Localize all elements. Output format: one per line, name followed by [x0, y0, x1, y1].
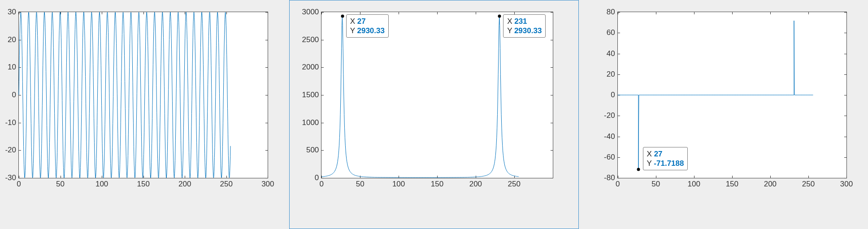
x-tick-label: 100	[392, 180, 405, 189]
x-tick-label: 0	[320, 180, 324, 189]
x-tick-label: 200	[178, 180, 191, 189]
y-tick-label: 0	[12, 91, 16, 99]
y-tick-label: -40	[604, 132, 615, 141]
x-tick-label: 150	[137, 180, 149, 189]
figure-panel-1[interactable]: 050100150200250300-30-20-100102030	[0, 0, 289, 229]
figure-row: 050100150200250300-30-20-100102030 05010…	[0, 0, 868, 229]
y-tick-label: 0	[315, 173, 319, 182]
y-tick-label: 500	[306, 146, 319, 155]
y-tick-label: -30	[5, 173, 16, 182]
x-tick-label: 100	[688, 180, 700, 189]
axes-1[interactable]: 050100150200250300-30-20-100102030	[18, 12, 268, 178]
x-tick-label: 250	[508, 180, 521, 189]
y-tick-label: -80	[604, 173, 615, 182]
y-tick-label: -60	[604, 153, 615, 162]
y-tick-label: 2500	[302, 35, 319, 44]
figure-panel-2[interactable]: 050100150200250050010001500200025003000X…	[289, 0, 578, 229]
y-tick-label: 30	[8, 8, 16, 17]
line-plot	[321, 12, 552, 178]
x-tick-label: 50	[356, 180, 365, 189]
y-tick-label: 40	[607, 49, 615, 58]
y-tick-label: 0	[611, 91, 615, 99]
y-tick-label: 20	[607, 70, 615, 79]
y-tick-label: 1500	[302, 91, 319, 99]
y-tick-label: 3000	[302, 8, 319, 17]
x-tick-label: 0	[17, 180, 21, 189]
line-plot	[618, 12, 846, 178]
x-tick-label: 150	[431, 180, 443, 189]
x-tick-label: 250	[220, 180, 233, 189]
x-tick-label: 150	[726, 180, 738, 189]
y-tick-label: 80	[607, 8, 615, 17]
datatip-marker[interactable]	[637, 168, 640, 171]
y-tick-label: 2000	[302, 63, 319, 72]
y-tick-label: 1000	[302, 118, 319, 127]
x-tick-label: 50	[651, 180, 660, 189]
y-tick-label: 20	[8, 35, 16, 44]
y-tick-label: -20	[604, 111, 615, 120]
axes-3[interactable]: 050100150200250300-80-60-40-20020406080X…	[617, 12, 847, 178]
axes-2[interactable]: 050100150200250050010001500200025003000X…	[321, 12, 553, 178]
x-tick-label: 300	[840, 180, 853, 189]
x-tick-label: 250	[802, 180, 815, 189]
datatip-marker[interactable]	[341, 14, 344, 17]
figure-panel-3[interactable]: 050100150200250300-80-60-40-20020406080X…	[579, 0, 868, 229]
x-tick-label: 0	[616, 180, 620, 189]
x-tick-label: 300	[261, 180, 274, 189]
y-tick-label: 60	[607, 28, 615, 37]
y-tick-label: 10	[8, 63, 16, 72]
x-tick-label: 200	[469, 180, 482, 189]
x-tick-label: 50	[56, 180, 65, 189]
x-tick-label: 200	[764, 180, 777, 189]
y-tick-label: -10	[5, 118, 16, 127]
x-tick-label: 100	[95, 180, 108, 189]
y-tick-label: -20	[5, 146, 16, 155]
datatip-marker[interactable]	[498, 14, 501, 17]
line-plot	[19, 12, 268, 178]
